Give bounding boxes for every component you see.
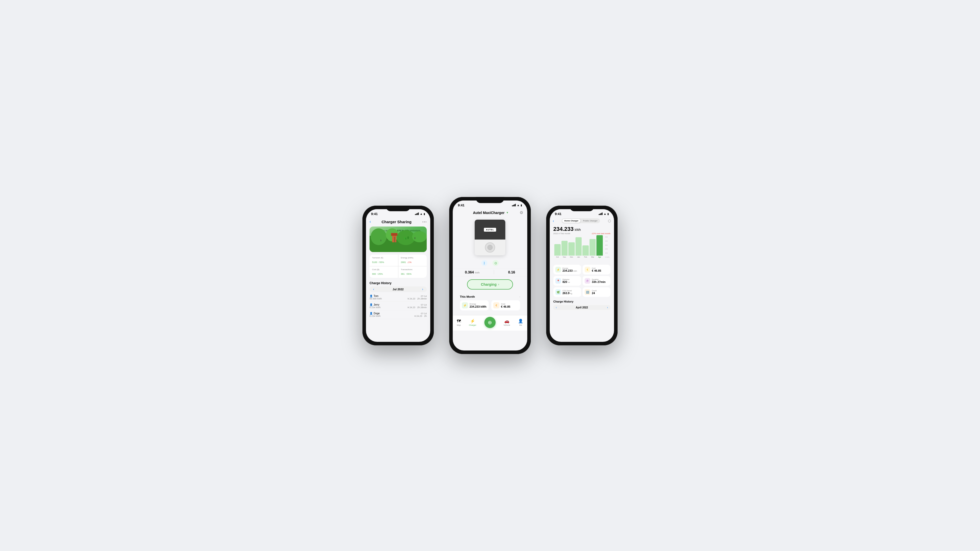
wifi-icon-1: ▲ (420, 212, 423, 215)
p2-charger-name: Autel MaxiCharger (473, 211, 504, 215)
nav-item-charger[interactable]: ⚡ Charger (469, 319, 476, 326)
p1-prev-month-button[interactable]: ‹ (373, 287, 374, 291)
status-time-1: 9:41 (371, 212, 378, 216)
p1-next-month-button[interactable]: › (422, 287, 423, 291)
p2-bottom-nav: 🗺 Map ⚡ Charger ⊕ 🚗 Vehicle 👤 (453, 315, 527, 330)
person-icon: 👤 (369, 303, 372, 306)
svg-point-8 (414, 237, 415, 239)
nav-vehicle-label: Vehicle (504, 324, 510, 326)
table-row[interactable]: 👤 Jerry 0.234 kWh 07-14 ¥ 24.23 2h 28min (369, 302, 427, 310)
p3-export-icon[interactable]: ⬡ (608, 219, 611, 223)
p2-cost-label: Cost (501, 303, 511, 305)
battery-icon-1: ▮ (424, 213, 425, 215)
signal-icon-2 (512, 204, 516, 206)
p3-stat-co2: 🌿 CO2 Saved 263.9 kg (553, 287, 581, 297)
p2-energy-card: ⚡ Energy 234.233 kWh (460, 300, 489, 310)
scan-button[interactable]: ⊕ (484, 317, 496, 328)
chart-bar-mar: Mar (590, 239, 596, 258)
p3-cost-icon: € (585, 267, 590, 272)
nav-item-vehicle[interactable]: 🚗 Vehicle (504, 319, 510, 326)
p2-connectivity-icons: ᛒ ⊙ (453, 258, 527, 268)
status-icons-1: ▲ ▮ (415, 212, 425, 215)
p3-duration-icon: ⏱ (585, 278, 590, 284)
p2-kwh-stat: 0.364 kWh (465, 270, 480, 275)
p1-history-title: Charge History (366, 280, 430, 286)
p2-charger-top: AUTEL (475, 220, 505, 240)
phone-charger-sharing: 9:41 ▲ ▮ ‹ Charger Sharing ⋯ (363, 206, 434, 345)
notch-1 (386, 206, 410, 211)
p1-month-label: Jul 2022 (393, 288, 404, 291)
person-icon: 👤 (369, 295, 372, 297)
p2-cost-card: € Cost € 46.85 (491, 300, 520, 310)
table-row[interactable]: 👤 Tom 99.999 kWh 07-14 ¥ 24.23 2h 28min (369, 293, 427, 302)
svg-point-12 (407, 236, 409, 239)
p2-autel-logo: AUTEL (484, 228, 496, 232)
chart-bar-oct: Oct (554, 244, 561, 258)
p1-eco-banner: You have avoided 42,570 kg CO₂ emissions… (369, 227, 427, 252)
p2-cost-value: € 46.85 (501, 305, 511, 308)
svg-point-1 (371, 228, 387, 245)
svg-rect-6 (391, 233, 397, 236)
p2-month-chevron-icon[interactable]: › (519, 295, 520, 298)
nav-item-scan[interactable]: ⊕ (484, 317, 496, 328)
battery-icon-3: ▮ (608, 213, 609, 215)
p2-charger-visual: AUTEL (453, 220, 527, 256)
table-row[interactable]: 👤 Doge 0.234 kWh 07-14 ¥ 24.23 2h (369, 310, 427, 319)
p1-stat-cost-label: Cost ($) (372, 268, 396, 271)
wifi-status-icon: ⊙ (493, 260, 499, 266)
profile-icon: 👤 (518, 319, 523, 324)
p2-charging-label: Charging (481, 283, 496, 286)
p1-stat-turnover: Turnover (€) 5100 ↑55% (369, 254, 398, 266)
p1-stat-cost-value: 900 ↑25% (372, 271, 396, 276)
p3-history-title: Charge History (550, 299, 614, 304)
p3-energy-icon: ⚡ (555, 267, 561, 272)
p3-back-button[interactable]: ‹ (553, 219, 554, 223)
p2-dropdown-icon[interactable]: ▼ (506, 211, 509, 214)
p1-history-list: 👤 Tom 99.999 kWh 07-14 ¥ 24.23 2h 28min … (366, 292, 430, 320)
main-scene: 9:41 ▲ ▮ ‹ Charger Sharing ⋯ (286, 182, 694, 369)
p3-stat-cost: € Cost € 46.85 (583, 265, 611, 275)
p1-back-button[interactable]: ‹ (369, 219, 371, 224)
p1-stat-transactions-value: 381 ↑55% (401, 271, 425, 276)
p2-charger-device: AUTEL (475, 220, 505, 256)
p2-month-header: This Month › (460, 295, 520, 298)
p3-prev-month-button[interactable]: ‹ (556, 306, 557, 309)
signal-icon-1 (415, 213, 419, 215)
p2-charging-arrow-icon: › (498, 283, 499, 286)
p1-month-nav: ‹ Jul 2022 › (369, 286, 427, 292)
p3-kwh-unit: kWh (575, 228, 581, 232)
notch-2 (476, 197, 504, 203)
p1-landscape-art (369, 227, 427, 252)
p2-charging-button[interactable]: Charging › (467, 279, 513, 289)
svg-point-4 (412, 231, 427, 242)
wifi-icon-2: ▲ (517, 203, 520, 206)
nav-item-me[interactable]: 👤 Me (518, 319, 523, 326)
p3-distance-icon: 📍 (555, 278, 561, 284)
p3-tab-group: Home Charger Public Charger (562, 218, 600, 223)
p2-settings-icon[interactable]: ⚙ (520, 210, 523, 215)
p1-stat-energy-label: Energy (kWh) (401, 257, 425, 259)
p2-connector (485, 242, 495, 252)
p1-header: ‹ Charger Sharing ⋯ (366, 218, 430, 227)
tab-home-charger[interactable]: Home Charger (562, 219, 580, 223)
tab-public-charger[interactable]: Public Charger (581, 219, 600, 223)
p2-this-month-label: This Month (460, 295, 475, 298)
p1-menu-button[interactable]: ⋯ (422, 219, 427, 224)
p3-header: ‹ Home Charger Public Charger ⬡ (550, 218, 614, 225)
p3-kwh-value: 234.233 (553, 226, 574, 232)
phone-stats: 9:41 ▲ ▮ ‹ Home Charger Publi (546, 206, 617, 345)
p3-chart-bars: Oct Nov Dec Jan (553, 236, 611, 258)
p2-connector-inner (487, 245, 493, 250)
p1-stats-grid: Turnover (€) 5100 ↑55% Energy (kWh) 2681… (369, 254, 427, 278)
p3-stat-count: 🔢 Count 24 (583, 287, 611, 297)
nav-item-map[interactable]: 🗺 Map (457, 319, 461, 326)
nav-charger-label: Charger (469, 324, 476, 326)
svg-rect-7 (394, 237, 395, 242)
p1-stat-transactions: Transactions 381 ↑55% (398, 266, 427, 278)
bluetooth-icon: ᛒ (481, 260, 487, 266)
p3-next-month-button[interactable]: › (607, 306, 608, 309)
p3-chart: Oct Nov Dec Jan (553, 236, 611, 262)
p2-header: Autel MaxiCharger ▼ ⚙ (453, 209, 527, 217)
p3-stats-grid: ⚡ Energy 234.233 kWh € Cost € 46.85 📍 (550, 263, 614, 299)
p2-divider (494, 270, 494, 275)
